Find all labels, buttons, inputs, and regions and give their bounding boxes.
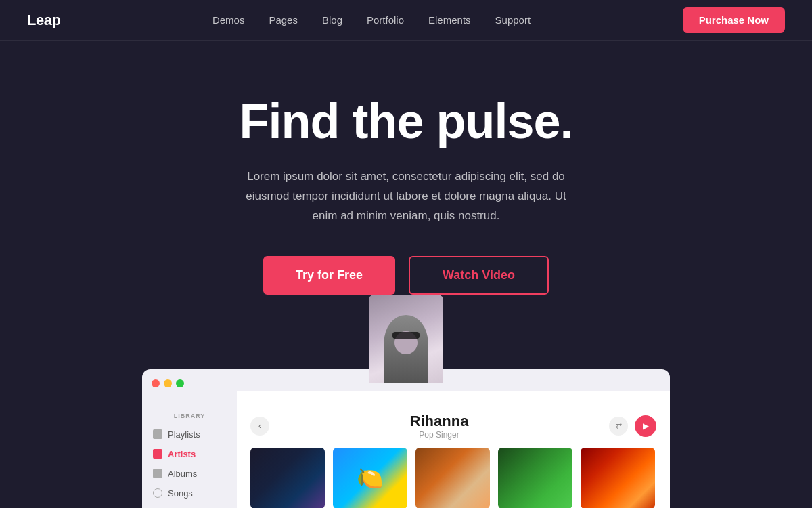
nav-logo: Leap — [27, 12, 60, 29]
sunglasses-decoration — [392, 332, 420, 339]
songs-icon — [153, 488, 162, 498]
nav-elements[interactable]: Elements — [428, 14, 471, 26]
album-cover-anti — [250, 448, 325, 508]
hero-buttons: Try for Free Watch Video — [263, 256, 549, 295]
back-button[interactable]: ‹ — [250, 417, 269, 436]
app-preview: Library Playlists Artists Albums — [142, 335, 670, 508]
artist-genre: Pop Singer — [280, 430, 598, 440]
artist-name: Rihanna — [280, 412, 598, 430]
nav-blog[interactable]: Blog — [322, 14, 342, 26]
sidebar-albums-label: Albums — [168, 469, 197, 479]
hero-section: Find the pulse. Lorem ipsum dolor sit am… — [0, 41, 812, 508]
artist-info: Rihanna Pop Singer — [269, 412, 609, 440]
artist-avatar — [369, 295, 443, 383]
sidebar-playlists[interactable]: Playlists — [142, 425, 237, 444]
nav-demos[interactable]: Demos — [212, 14, 245, 26]
titlebar-dot-green — [176, 379, 184, 387]
albums-icon — [153, 469, 162, 478]
sidebar-songs[interactable]: Songs — [142, 484, 237, 503]
album-grid: Anti 2016 Loud 2010 Unapologetic 2012 — [250, 448, 656, 508]
app-main-content: ‹ Rihanna Pop Singer ⇄ ▶ An — [237, 391, 670, 508]
album-card-unapologetic[interactable]: Unapologetic 2012 — [415, 448, 490, 508]
album-card-devil[interactable]: Devil in a red dress 2012 — [498, 448, 572, 508]
album-cover-unapologetic2 — [581, 448, 655, 508]
artist-image — [369, 295, 443, 383]
nav-portfolio[interactable]: Portfolio — [367, 14, 404, 26]
album-cover-devil — [498, 448, 572, 508]
library-label: Library — [142, 412, 237, 425]
hero-subtitle: Lorem ipsum dolor sit amet, consectetur … — [240, 167, 572, 226]
playlists-icon — [153, 429, 162, 439]
nav-support[interactable]: Support — [495, 14, 531, 26]
nav-pages[interactable]: Pages — [269, 14, 298, 26]
sidebar-songs-label: Songs — [168, 488, 193, 499]
purchase-button[interactable]: Purchase Now — [683, 7, 785, 33]
sidebar-albums[interactable]: Albums — [142, 464, 237, 484]
app-main-header: ‹ Rihanna Pop Singer ⇄ ▶ — [250, 412, 656, 440]
navbar: Leap Demos Pages Blog Portfolio Elements… — [0, 0, 812, 41]
playback-controls: ⇄ ▶ — [609, 415, 656, 437]
watch-video-button[interactable]: Watch Video — [409, 256, 549, 295]
shuffle-button[interactable]: ⇄ — [609, 417, 628, 436]
play-button[interactable]: ▶ — [635, 415, 656, 437]
titlebar-dot-red — [152, 379, 160, 387]
album-card-unapologetic2[interactable]: Unapologetic — [581, 448, 655, 508]
sidebar-playlists-label: Playlists — [168, 429, 200, 440]
app-content: Library Playlists Artists Albums — [142, 391, 670, 508]
nav-links: Demos Pages Blog Portfolio Elements Supp… — [212, 14, 531, 26]
app-sidebar: Library Playlists Artists Albums — [142, 391, 237, 508]
album-cover-loud — [333, 448, 407, 508]
titlebar-dot-yellow — [164, 379, 172, 387]
album-cover-unapologetic — [415, 448, 490, 508]
hero-title: Find the pulse. — [239, 95, 572, 148]
artists-icon — [153, 449, 162, 459]
album-card-loud[interactable]: Loud 2010 — [333, 448, 407, 508]
sidebar-artists-label: Artists — [168, 449, 196, 459]
album-card-anti[interactable]: Anti 2016 — [250, 448, 325, 508]
sidebar-artists[interactable]: Artists — [142, 444, 237, 464]
try-free-button[interactable]: Try for Free — [263, 256, 395, 295]
